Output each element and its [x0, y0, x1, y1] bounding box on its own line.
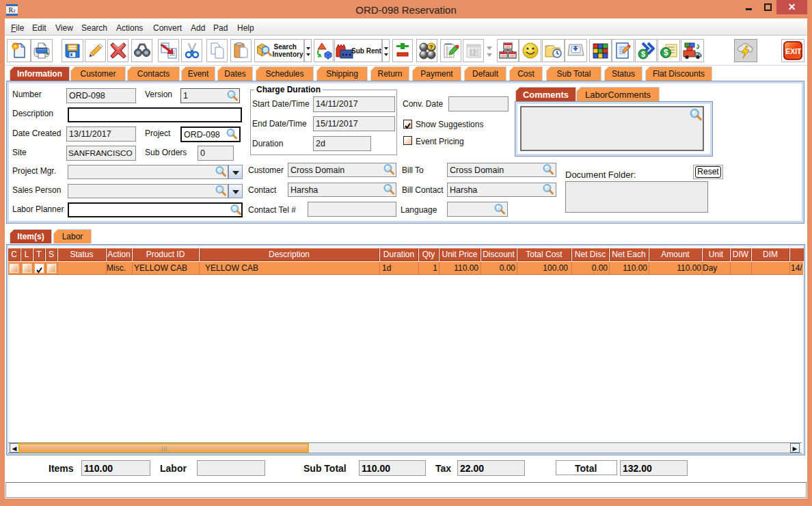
svg-text:Inventory: Inventory [272, 51, 303, 58]
svg-text:Search: Search [273, 43, 296, 51]
svg-text:EXIT: EXIT [785, 47, 802, 55]
svg-text:12: 12 [469, 49, 477, 57]
svg-text:Sub Rent: Sub Rent [351, 47, 381, 55]
svg-text:$: $ [664, 48, 668, 57]
svg-text:?: ? [429, 44, 433, 51]
svg-text:$: $ [641, 50, 645, 58]
